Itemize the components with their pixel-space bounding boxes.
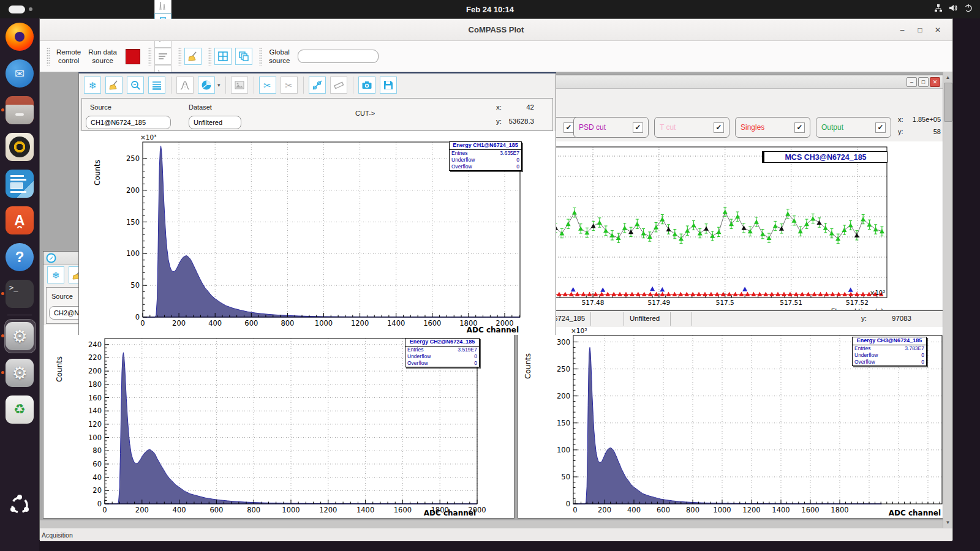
ch3-plot-window[interactable]: CH3@N6724_185 Unfiltered y:97083 0501001… bbox=[518, 310, 943, 519]
tile-windows-icon[interactable] bbox=[214, 48, 232, 65]
scroll-up-icon[interactable]: ▲ bbox=[943, 73, 952, 82]
pie-menu-icon[interactable] bbox=[198, 77, 215, 94]
mcs-y-readout: y:58 bbox=[898, 128, 941, 135]
stop-button[interactable] bbox=[126, 49, 140, 64]
camera-icon[interactable] bbox=[358, 77, 375, 94]
app-titlebar[interactable]: CoMPASS Plot – □ ✕ bbox=[40, 19, 952, 41]
checkbox[interactable]: ✓ bbox=[564, 122, 574, 133]
toolbar-drag-handle[interactable] bbox=[259, 47, 262, 66]
mdi-horizontal-scrollbar[interactable] bbox=[40, 520, 943, 528]
clear-all-icon[interactable] bbox=[184, 48, 202, 65]
workspace-indicator[interactable] bbox=[9, 0, 32, 18]
network-icon[interactable] bbox=[934, 4, 943, 15]
checkbox[interactable]: ✓ bbox=[633, 122, 643, 133]
ch2-plot[interactable]: 0204060801001201401601802002202400200400… bbox=[43, 325, 514, 518]
dock-item-rhythmbox[interactable] bbox=[0, 129, 39, 165]
svg-text:150: 150 bbox=[126, 218, 140, 227]
dock-item-thunderbird[interactable]: ✉ bbox=[0, 55, 39, 92]
log-scale-icon[interactable] bbox=[148, 77, 165, 94]
mdi-vertical-scrollbar[interactable]: ▲ ▼ bbox=[943, 72, 952, 528]
dropdown-arrow-icon[interactable]: ▾ bbox=[217, 82, 221, 88]
toolbar-drag-handle[interactable] bbox=[47, 47, 50, 66]
svg-text:100: 100 bbox=[88, 433, 102, 442]
dock-item-compass-app-1[interactable]: ⚙ bbox=[0, 318, 39, 354]
dock-item-help[interactable]: ? bbox=[0, 239, 39, 276]
svg-text:517.5: 517.5 bbox=[716, 299, 734, 306]
system-top-bar: Feb 24 10:14 bbox=[0, 0, 980, 18]
minimize-button[interactable]: – bbox=[907, 77, 917, 87]
ch1-cut-label: CUT-> bbox=[355, 110, 375, 117]
save-icon[interactable] bbox=[380, 77, 397, 94]
toolbar-separator bbox=[353, 77, 353, 94]
dock-item-libreoffice-writer[interactable] bbox=[0, 165, 39, 202]
ruler-icon[interactable] bbox=[330, 77, 347, 94]
global-source-input[interactable] bbox=[298, 50, 379, 63]
checkbox[interactable]: ✓ bbox=[794, 122, 805, 133]
checkbox[interactable]: ✓ bbox=[714, 122, 724, 133]
ch3-dataset-value[interactable]: Unfiltered bbox=[630, 315, 660, 322]
dock-item-ubuntu-software[interactable]: A̯ bbox=[0, 202, 39, 239]
dock-item-terminal[interactable]: >_ bbox=[0, 276, 39, 312]
freeze-icon[interactable]: ❄ bbox=[47, 266, 64, 283]
clock[interactable]: Feb 24 10:14 bbox=[466, 5, 514, 14]
close-button[interactable]: ✕ bbox=[930, 77, 940, 87]
dock-item-firefox[interactable] bbox=[0, 18, 39, 55]
system-tray[interactable] bbox=[934, 0, 973, 18]
status-text: Acquisition bbox=[42, 531, 73, 539]
svg-text:220: 220 bbox=[88, 353, 102, 362]
svg-text:600: 600 bbox=[209, 506, 223, 514]
status-bar: Acquisition bbox=[40, 528, 952, 541]
cut-play-icon[interactable]: ✂ bbox=[281, 77, 298, 94]
compass-plot-window: CoMPASS Plot – □ ✕ Remotecontrol Run dat… bbox=[39, 18, 953, 540]
app-title: CoMPASS Plot bbox=[469, 25, 524, 34]
freeze-icon[interactable]: ❄ bbox=[84, 77, 101, 94]
volume-icon[interactable] bbox=[949, 4, 958, 15]
remote-control-button[interactable]: Remotecontrol bbox=[56, 48, 81, 66]
clear-icon[interactable] bbox=[105, 77, 123, 94]
filter-checkbox-t-cut[interactable]: T cut✓ bbox=[654, 117, 729, 138]
mcs-window[interactable]: – □ ✕ ✓ x:1.85e+05 y:58 PSD cut✓T cut✓Si… bbox=[518, 75, 943, 310]
svg-text:1600: 1600 bbox=[394, 506, 412, 514]
calibrate-icon[interactable] bbox=[309, 77, 326, 94]
scrollbar-thumb[interactable] bbox=[944, 83, 952, 122]
svg-text:250: 250 bbox=[557, 365, 570, 373]
filter-checkbox-singles[interactable]: Singles✓ bbox=[735, 117, 810, 138]
mcs-titlebar[interactable]: – □ ✕ bbox=[518, 75, 943, 89]
ch1-source-input[interactable] bbox=[86, 116, 171, 129]
run-data-source-button[interactable]: Run datasource bbox=[88, 48, 117, 66]
ch3-plot[interactable]: 0501001502002503000200400600800100012001… bbox=[518, 327, 943, 518]
filter-checkbox-output[interactable]: Output✓ bbox=[816, 117, 891, 138]
svg-text:0: 0 bbox=[566, 500, 570, 508]
fit-gaussian-icon[interactable] bbox=[176, 77, 194, 94]
cascade-windows-icon[interactable] bbox=[235, 48, 252, 65]
cut-edit-icon[interactable]: ✂ bbox=[259, 77, 276, 94]
toolbar-drag-handle[interactable] bbox=[178, 47, 181, 66]
scroll-down-icon[interactable]: ▼ bbox=[943, 518, 952, 527]
dock-item-files[interactable] bbox=[0, 92, 39, 129]
ch1-y-readout: y:53628.3 bbox=[496, 118, 534, 125]
zoom-icon[interactable] bbox=[127, 77, 144, 94]
multi-level-icon[interactable] bbox=[154, 48, 172, 65]
dock-item-compass-app-2[interactable]: ⚙ bbox=[0, 354, 39, 391]
toolbar-drag-handle[interactable] bbox=[208, 47, 211, 66]
checkbox[interactable]: ✓ bbox=[875, 122, 886, 133]
close-button[interactable]: ✕ bbox=[932, 24, 944, 36]
dock-item-trash[interactable]: ♻ bbox=[0, 391, 39, 428]
svg-text:20: 20 bbox=[92, 486, 102, 495]
mcs-plot[interactable]: 517.48517.49517.5517.51517.52×10³Elapsed… bbox=[518, 141, 943, 310]
ch1-plot-window[interactable]: ❄▾✂✂ Source Dataset CUT-> x:42 y:53628.3… bbox=[78, 72, 556, 335]
toolbar-separator bbox=[254, 77, 254, 94]
toolbar-drag-handle[interactable] bbox=[148, 47, 151, 66]
svg-text:1000: 1000 bbox=[713, 506, 731, 514]
psd-spectrum-icon[interactable] bbox=[154, 0, 172, 13]
maximize-button[interactable]: □ bbox=[918, 77, 929, 87]
svg-text:Counts: Counts bbox=[524, 353, 532, 379]
snapshot-icon[interactable] bbox=[231, 77, 248, 94]
power-icon[interactable] bbox=[964, 4, 973, 15]
dock-item-show-apps[interactable] bbox=[0, 487, 39, 523]
filter-checkbox-psd-cut[interactable]: PSD cut✓ bbox=[573, 117, 649, 138]
ch1-plot[interactable]: 0501001502002500200400600800100012001400… bbox=[79, 131, 556, 335]
ch1-dataset-input[interactable] bbox=[189, 116, 241, 129]
minimize-button[interactable]: – bbox=[896, 24, 908, 36]
maximize-button[interactable]: □ bbox=[914, 24, 926, 36]
